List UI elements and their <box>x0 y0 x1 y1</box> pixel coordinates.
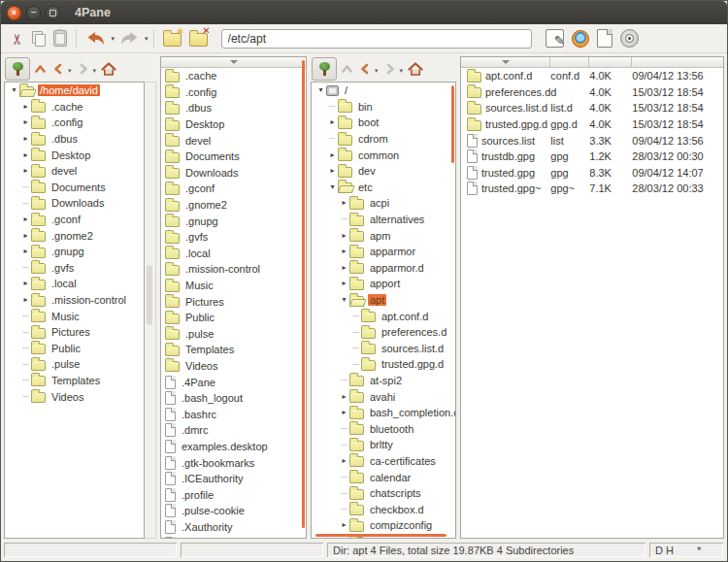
expander-icon[interactable]: ▸ <box>339 457 349 465</box>
tree-item[interactable]: .pulse <box>5 356 144 373</box>
list-item[interactable]: .cache <box>161 68 306 84</box>
expander-icon[interactable]: ▸ <box>339 232 349 240</box>
pane3-overlay-hscrollbar[interactable] <box>315 534 447 537</box>
undo-button[interactable] <box>82 27 111 50</box>
up-button[interactable] <box>339 58 355 80</box>
expander-icon[interactable]: ▸ <box>339 393 349 401</box>
tree-item[interactable]: Pictures <box>5 324 144 341</box>
list-item[interactable]: Public <box>161 310 306 326</box>
tree-item[interactable]: ▸ acpi <box>312 195 455 212</box>
list-item[interactable]: .gnome2 <box>161 197 306 214</box>
back-dropdown-caret[interactable]: ▾ <box>68 67 72 75</box>
tree-item[interactable]: ▸ ca-certificates <box>312 453 455 470</box>
header-date[interactable] <box>632 57 723 67</box>
tree-item[interactable]: ▸ common <box>312 147 455 163</box>
tree-item[interactable]: ▾ apt <box>312 292 455 309</box>
expander-icon[interactable]: ▾ <box>9 86 19 94</box>
forward-button[interactable] <box>76 58 91 80</box>
edit-button[interactable]: ✎ <box>542 27 568 50</box>
tree-item[interactable]: ▸ .dbus <box>5 131 144 148</box>
pane3-overlay-vscrollbar[interactable] <box>451 85 454 163</box>
home-button[interactable] <box>100 58 117 80</box>
scrollbar-thumb[interactable] <box>147 265 152 325</box>
forward-dropdown-caret[interactable]: ▾ <box>93 67 97 75</box>
tree-item[interactable]: ▸ dev <box>312 163 455 180</box>
expander-icon[interactable]: ▸ <box>20 151 31 159</box>
tree-item[interactable]: ▸ boot <box>312 115 455 131</box>
list-item[interactable]: .bashrc <box>161 406 306 422</box>
list-item[interactable]: .pulse <box>161 326 306 343</box>
list-item[interactable]: .local <box>161 246 306 262</box>
tree-item[interactable]: ▸ apport <box>312 276 455 292</box>
list-item[interactable]: .xsession-errors <box>161 535 306 538</box>
expander-icon[interactable] <box>350 313 361 320</box>
tree-item[interactable]: alternatives <box>312 212 455 228</box>
tree-item[interactable]: ▸ .cache <box>5 99 144 116</box>
expander-icon[interactable]: ▾ <box>327 183 338 191</box>
tree-item[interactable]: ▸ .mission-control <box>5 292 144 309</box>
file-row[interactable]: preferences.d d 4.0K 15/03/12 18:54 <box>461 84 723 101</box>
tree-item[interactable]: bin <box>312 99 455 116</box>
header-size[interactable] <box>589 57 632 67</box>
tree-item[interactable]: ▸ apparmor <box>312 244 455 260</box>
list-item[interactable]: .ICEauthority <box>161 471 306 487</box>
back-button[interactable] <box>50 58 66 80</box>
tree-item[interactable]: ▾ / <box>312 83 455 99</box>
tree-item[interactable]: trusted.gpg.d <box>312 356 455 373</box>
file-row[interactable]: trusted.gpg.d gpg.d 4.0K 15/03/12 18:54 <box>461 116 723 133</box>
expander-icon[interactable]: ▸ <box>20 103 31 111</box>
tree-item[interactable]: ▸ .gnupg <box>5 244 144 260</box>
expander-icon[interactable]: ▸ <box>20 296 31 304</box>
header-filename[interactable] <box>461 57 550 67</box>
header-ext[interactable] <box>550 57 589 67</box>
tree-item[interactable]: ▸ .gnome2 <box>5 227 144 244</box>
tree-item[interactable]: Templates <box>5 373 144 389</box>
expander-icon[interactable] <box>339 441 349 448</box>
tree-item[interactable]: apt.conf.d <box>312 308 455 324</box>
expander-icon[interactable] <box>20 183 31 191</box>
expander-icon[interactable] <box>20 360 31 368</box>
expander-icon[interactable] <box>327 135 338 143</box>
expander-icon[interactable] <box>20 345 31 352</box>
tree-item[interactable]: ▸ apparmor.d <box>312 260 455 277</box>
paste-button[interactable] <box>50 27 71 50</box>
dir-tree-toggle-button[interactable] <box>312 57 337 81</box>
list-item[interactable]: devel <box>161 132 306 149</box>
pane1-vscrollbar[interactable] <box>145 82 156 539</box>
back-dropdown-caret[interactable]: ▾ <box>375 67 379 75</box>
list-item[interactable]: Templates <box>161 342 306 358</box>
tree-item[interactable]: ▾ /home/david <box>5 83 144 99</box>
expander-icon[interactable]: ▸ <box>327 118 338 126</box>
devices-button[interactable] <box>616 27 643 50</box>
expander-icon[interactable]: ▸ <box>339 280 349 287</box>
tree-item[interactable]: Documents <box>5 180 144 196</box>
tree-item[interactable]: ▸ .gconf <box>5 212 144 228</box>
tree-item[interactable]: ▸ bash_completion.d <box>312 405 455 421</box>
list-item[interactable]: Videos <box>161 358 306 375</box>
expander-icon[interactable]: ▸ <box>339 248 349 255</box>
file-row[interactable]: trusted.gpg~ gpg~ 7.1K 28/03/12 00:33 <box>461 181 723 197</box>
expander-icon[interactable] <box>350 360 361 368</box>
expander-icon[interactable] <box>339 474 349 481</box>
forward-button[interactable] <box>382 58 398 80</box>
expander-icon[interactable]: ▸ <box>339 199 349 207</box>
file-row[interactable]: sources.list.d list.d 4.0K 15/03/12 18:5… <box>461 100 723 116</box>
dir-tree-toggle-button[interactable] <box>5 57 30 81</box>
expander-icon[interactable]: ▸ <box>20 135 31 143</box>
expander-icon[interactable] <box>20 328 31 336</box>
list-item[interactable]: Downloads <box>161 165 306 182</box>
expander-icon[interactable]: ▸ <box>20 167 31 175</box>
list-item[interactable]: .bash_logout <box>161 390 306 407</box>
expander-icon[interactable]: ▸ <box>20 232 31 240</box>
tree-item[interactable]: ▸ avahi <box>312 388 455 405</box>
tree-item[interactable]: at-spi2 <box>312 373 455 389</box>
tree-item[interactable]: cdrom <box>312 131 455 148</box>
expander-icon[interactable] <box>20 313 31 320</box>
tree-item[interactable]: Music <box>5 308 144 324</box>
tree-item[interactable]: Videos <box>5 388 144 405</box>
list-item[interactable]: Pictures <box>161 293 306 310</box>
expander-icon[interactable]: ▸ <box>339 409 349 416</box>
tree-item[interactable]: ▸ .config <box>5 115 144 131</box>
expander-icon[interactable]: ▸ <box>327 167 338 175</box>
expander-icon[interactable] <box>339 489 349 497</box>
